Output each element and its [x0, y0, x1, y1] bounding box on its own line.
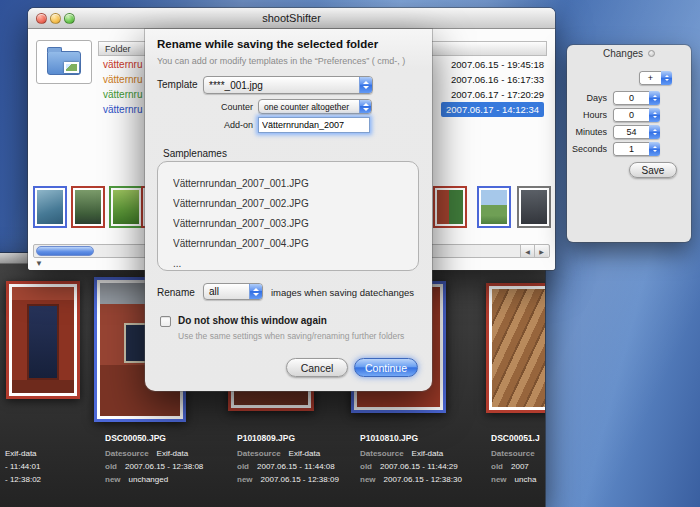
desktop: Exif-data - 11:44:01 - 12:38:02 DSC00050… — [0, 0, 700, 507]
rename-label: Rename — [157, 287, 195, 298]
template-popup[interactable]: ****_001.jpg — [203, 76, 373, 94]
seconds-label: Seconds — [567, 142, 607, 157]
new-label: new — [237, 475, 253, 484]
new-date-value: - 12:38:02 — [5, 475, 41, 484]
rename-suffix-text: images when saving datechanges — [271, 287, 414, 298]
sample-name-ellipsis: ... — [173, 254, 418, 274]
window-title: shootShifter — [262, 12, 321, 24]
new-date-value: unchanged — [129, 475, 169, 484]
save-button[interactable]: Save — [629, 162, 677, 178]
scrollbar-arrows: ◀ ▶ — [520, 245, 548, 257]
strip-thumbnail[interactable] — [477, 186, 511, 228]
datesource-value: Exif-data — [5, 449, 37, 458]
days-stepper[interactable]: 0 — [613, 91, 660, 105]
old-date-value: 2007.06.15 - 11:44:08 — [257, 462, 335, 471]
photo-badge-icon — [64, 62, 79, 73]
changes-palette-titlebar[interactable]: Changes — [567, 45, 691, 62]
sign-value: + — [639, 71, 661, 85]
photo-filename: P1010810.JPG — [360, 433, 490, 447]
folder-icon — [47, 51, 81, 75]
photo-thumbnail[interactable] — [6, 281, 80, 399]
addon-input[interactable] — [258, 117, 370, 133]
samplenames-label: Samplenames — [163, 148, 227, 159]
popup-stepper-icon — [359, 77, 372, 93]
seconds-stepper[interactable]: 1 — [613, 142, 660, 156]
photo-filename: DSC00050.JPG — [105, 433, 235, 447]
strip-thumbnail[interactable] — [517, 186, 551, 228]
datesource-label: Datesource — [105, 449, 149, 458]
photo-filename: DSC00051.J — [491, 433, 545, 447]
disclosure-triangle-icon[interactable]: ▼ — [35, 260, 43, 268]
thumbnail-image — [481, 190, 507, 224]
strip-thumbnail[interactable] — [433, 186, 467, 228]
cancel-button[interactable]: Cancel — [286, 358, 348, 377]
days-label: Days — [567, 91, 607, 106]
scroll-right-icon[interactable]: ▶ — [534, 245, 548, 257]
new-label: new — [105, 475, 121, 484]
collapse-dot-icon[interactable] — [648, 50, 655, 57]
new-date-value: 2007.06.15 - 12:38:30 — [384, 475, 462, 484]
minutes-stepper[interactable]: 54 — [613, 125, 660, 139]
old-label: old — [105, 462, 117, 471]
counter-popup[interactable]: one counter altogether — [258, 99, 372, 114]
hours-label: Hours — [567, 108, 607, 123]
strip-thumbnail[interactable] — [109, 186, 143, 228]
popup-stepper-icon — [359, 100, 371, 113]
hours-row: Hours 0 — [567, 108, 691, 123]
minutes-row: Minutes 54 — [567, 125, 691, 140]
folder-name: vätternru — [103, 57, 142, 72]
old-date-value: - 11:44:01 — [5, 462, 40, 471]
checkbox-label[interactable]: Do not show this window again — [178, 315, 327, 326]
close-button-icon[interactable] — [36, 13, 47, 24]
photo-image — [12, 287, 74, 393]
stepper-icon — [649, 108, 660, 122]
datesource-label: Datesource — [360, 449, 404, 458]
stepper-icon — [649, 125, 660, 139]
rename-sheet-dialog: Rename while saving the selected folder … — [145, 29, 432, 391]
checkbox-note: Use the same settings when saving/renami… — [178, 331, 404, 341]
template-label: Template — [157, 79, 198, 90]
minimize-button-icon[interactable] — [50, 13, 61, 24]
thumbnail-image — [113, 190, 139, 224]
rename-scope-popup[interactable]: all — [203, 283, 263, 300]
sample-name: Vätternrundan_2007_002.JPG — [173, 194, 418, 214]
thumbnail-image — [75, 190, 101, 224]
stepper-icon — [649, 91, 660, 105]
old-date-value: 2007.06.15 - 11:44:29 — [380, 462, 458, 471]
scrollbar-thumb[interactable] — [36, 246, 94, 256]
counter-label: Counter — [157, 102, 253, 112]
thumbnail-image — [437, 190, 463, 224]
strip-thumbnail[interactable] — [71, 186, 105, 228]
hours-stepper[interactable]: 0 — [613, 108, 660, 122]
datesource-value: Exif-data — [157, 449, 189, 458]
thumbnail-image — [37, 190, 63, 224]
seconds-value: 1 — [613, 142, 649, 156]
photo-image — [492, 289, 545, 407]
changes-title: Changes — [603, 48, 643, 59]
folder-date-selected: 2007.06.17 - 14:12:34 — [441, 102, 544, 117]
minutes-label: Minutes — [567, 125, 607, 140]
continue-button[interactable]: Continue — [354, 358, 418, 377]
folder-name: vätternru — [103, 102, 142, 117]
days-value: 0 — [613, 91, 649, 105]
do-not-show-checkbox[interactable] — [160, 316, 171, 327]
photo-caption: P1010809.JPG DatesourceExif-data old2007… — [237, 433, 367, 486]
photo-caption: DSC00051.J Datesource old2007 newuncha — [491, 433, 545, 486]
folder-drop-well[interactable] — [36, 40, 92, 84]
new-label: new — [491, 475, 507, 484]
folder-name: vätternru — [103, 72, 142, 87]
sample-name: Vätternrundan_2007_003.JPG — [173, 214, 418, 234]
main-window-titlebar[interactable]: shootShifter — [28, 8, 555, 29]
dialog-subtitle: You can add or modify templates in the “… — [157, 56, 405, 66]
old-date-value: 2007.06.15 - 12:38:08 — [125, 462, 203, 471]
folder-date: 2007.06.17 - 17:20:29 — [451, 87, 544, 102]
zoom-button-icon[interactable] — [64, 13, 75, 24]
strip-thumbnail[interactable] — [33, 186, 67, 228]
scroll-left-icon[interactable]: ◀ — [520, 245, 534, 257]
folder-date: 2007.06.15 - 19:45:18 — [451, 57, 544, 72]
dialog-title: Rename while saving the selected folder — [157, 38, 378, 50]
rename-scope-value: all — [204, 286, 249, 297]
old-label: old — [491, 462, 503, 471]
sign-combo[interactable]: + — [639, 71, 672, 85]
photo-thumbnail[interactable] — [486, 283, 545, 413]
